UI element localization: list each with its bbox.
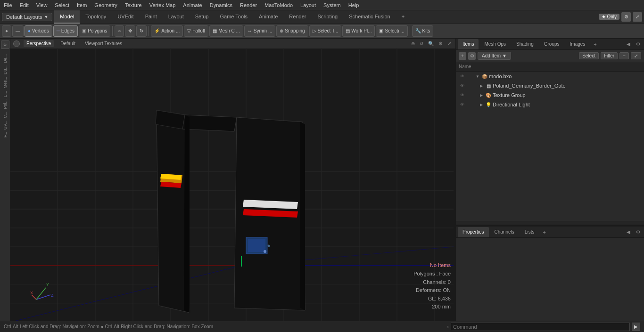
viewport-zoom-icon[interactable]: 🔍 [427, 40, 435, 47]
items-minus-btn[interactable]: − [619, 52, 629, 59]
tab-scripting[interactable]: Scripting [312, 10, 343, 24]
command-input[interactable] [451, 323, 630, 331]
menu-geometry[interactable]: Geometry [91, 1, 121, 9]
eye-icon-modo[interactable]: 👁 [459, 73, 465, 80]
sidebar-label-c[interactable]: C... [3, 111, 8, 119]
tab-setup[interactable]: Setup [190, 10, 215, 24]
layout-dropdown[interactable]: Default Layouts ▼ [2, 13, 52, 21]
tree-arrow-light[interactable]: ▶ [479, 102, 484, 107]
tree-arrow-modo[interactable]: ▼ [475, 73, 480, 79]
prop-tab-channels[interactable]: Channels [490, 227, 519, 237]
sidebar-label-mes[interactable]: Mes... [3, 76, 8, 89]
toolbar-rotate[interactable]: ↻ [136, 25, 147, 37]
toolbar-edges-btn[interactable]: ─ Edges [53, 25, 78, 37]
prop-tab-lists[interactable]: Lists [520, 227, 539, 237]
prop-tab-add[interactable]: + [540, 228, 548, 236]
toolbar-selecti-btn[interactable]: ▣ Selecti ... [376, 25, 407, 37]
tab-gametools[interactable]: Game Tools [214, 10, 253, 24]
tab-images[interactable]: Images [565, 39, 590, 49]
tab-uvedit[interactable]: UVEdit [112, 10, 139, 24]
layout-settings-icon[interactable]: ⚙ [621, 12, 631, 22]
tab-animate[interactable]: Animate [253, 10, 283, 24]
tab-schematic[interactable]: Schematic Fusion [343, 10, 396, 24]
add-item-button[interactable]: Add Item ▼ [478, 52, 511, 60]
menu-help[interactable]: Help [345, 1, 363, 9]
menu-dynamics[interactable]: Dynamics [206, 1, 236, 9]
toolbar-select-mode[interactable]: ○ [115, 25, 124, 37]
toolbar-falloff-btn[interactable]: ▽ Falloff [184, 25, 208, 37]
tree-row-texture[interactable]: 👁 ▶ 🎨 Texture Group [456, 90, 644, 100]
tree-scrollbar[interactable] [456, 221, 644, 225]
viewport-textures-tab[interactable]: Viewport Textures [82, 40, 125, 47]
sidebar-btn-1[interactable]: ⚙ [1, 40, 9, 49]
sidebar-label-uv[interactable]: UV... [3, 120, 8, 130]
tab-add[interactable]: + [396, 10, 410, 24]
menu-render[interactable]: Render [236, 1, 261, 9]
menu-select[interactable]: Select [51, 1, 73, 9]
tab-meshops[interactable]: Mesh Ops [479, 39, 511, 49]
toolbar-polygons-btn[interactable]: ▣ Polygons [79, 25, 110, 37]
toolbar-action-btn[interactable]: ⚡ Action ... [151, 25, 183, 37]
viewport-rotate-icon[interactable]: ↺ [418, 40, 425, 47]
eye-icon-texture[interactable]: 👁 [459, 92, 465, 98]
toolbar-selectt-btn[interactable]: ▷ Select T... [309, 25, 342, 37]
toolbar-symm-btn[interactable]: ↔ Symm ... [244, 25, 275, 37]
sidebar-label-de[interactable]: De... [3, 53, 8, 64]
tab-layout[interactable]: Layout [163, 10, 190, 24]
star-badge[interactable]: ★ Only [599, 14, 619, 20]
viewport-perspective-tab[interactable]: Perspective [24, 40, 54, 47]
toolbar-meshc-btn[interactable]: ▦ Mesh C ... [209, 25, 243, 37]
tab-model[interactable]: Model [54, 10, 80, 24]
toolbar-edge-mode[interactable]: — [12, 25, 24, 37]
toolbar-snapping-btn[interactable]: ⊕ Snapping [276, 25, 308, 37]
sidebar-label-f[interactable]: F... [3, 131, 8, 138]
select-button[interactable]: Select [579, 52, 599, 59]
tab-paint[interactable]: Paint [140, 10, 163, 24]
tree-arrow-texture[interactable]: ▶ [479, 92, 484, 98]
menu-vertexmap[interactable]: Vertex Map [146, 1, 180, 9]
eye-icon-poland[interactable]: 👁 [459, 82, 465, 89]
command-run-button[interactable]: ▶ [632, 323, 640, 331]
viewport-canvas[interactable]: No Items Polygons : Face Channels: 0 Def… [10, 49, 455, 321]
panel-expand-icon[interactable]: ⚙ [634, 40, 642, 48]
tree-row-light[interactable]: 👁 ▶ 💡 Directional Light [456, 100, 644, 109]
menu-edit[interactable]: Edit [16, 1, 33, 9]
menu-texture[interactable]: Texture [121, 1, 146, 9]
tab-shading[interactable]: Shading [512, 39, 538, 49]
tab-groups[interactable]: Groups [539, 39, 564, 49]
viewport-default-tab[interactable]: Default [58, 40, 78, 47]
items-plus-icon[interactable]: + [459, 52, 466, 60]
menu-system[interactable]: System [320, 1, 345, 9]
sidebar-label-pol[interactable]: Pol... [3, 98, 8, 110]
toolbar-kits-btn[interactable]: 🔧 Kits [412, 25, 434, 37]
tab-items[interactable]: Items [458, 39, 479, 49]
toolbar-vertices-btn[interactable]: ● Vertices [25, 25, 52, 37]
menu-layout[interactable]: Layout [297, 1, 320, 9]
prop-tab-properties[interactable]: Properties [458, 227, 489, 237]
menu-animate[interactable]: Animate [179, 1, 206, 9]
viewport-settings-icon[interactable]: ⚙ [437, 40, 444, 47]
viewport-expand-icon[interactable]: ⤢ [446, 40, 453, 47]
tree-arrow-poland[interactable]: ▶ [479, 83, 484, 89]
tab-render[interactable]: Render [283, 10, 312, 24]
viewport-home-icon[interactable]: ⊕ [410, 40, 416, 47]
menu-file[interactable]: File [0, 1, 16, 9]
toolbar-workpl-btn[interactable]: ▤ Work Pl... [342, 25, 375, 37]
menu-maxtomodo[interactable]: MaxToModo [261, 1, 297, 9]
prop-collapse-icon[interactable]: ◀ [625, 228, 632, 235]
sidebar-label-e[interactable]: E... [3, 90, 8, 98]
toolbar-transform[interactable]: ✥ [125, 25, 135, 37]
tree-row-modo-bxo[interactable]: 👁 ▼ 📦 modo.bxo [456, 72, 644, 81]
layout-expand-icon[interactable]: ⤢ [633, 12, 642, 22]
tab-topology[interactable]: Topology [80, 10, 112, 24]
toolbar-point-mode[interactable]: ● [2, 25, 11, 37]
prop-settings-icon[interactable]: ⚙ [634, 228, 642, 235]
items-expand-btn[interactable]: ⤢ [631, 52, 641, 59]
menu-item[interactable]: Item [73, 1, 91, 9]
filter-button[interactable]: Filter [601, 52, 618, 59]
tree-row-poland[interactable]: 👁 ▶ ▦ Poland_Germany_Border_Gate [456, 81, 644, 90]
items-settings-icon[interactable]: ⚙ [468, 52, 476, 60]
panel-tab-add[interactable]: + [591, 40, 599, 48]
eye-icon-light[interactable]: 👁 [459, 101, 465, 108]
menu-view[interactable]: View [33, 1, 51, 9]
